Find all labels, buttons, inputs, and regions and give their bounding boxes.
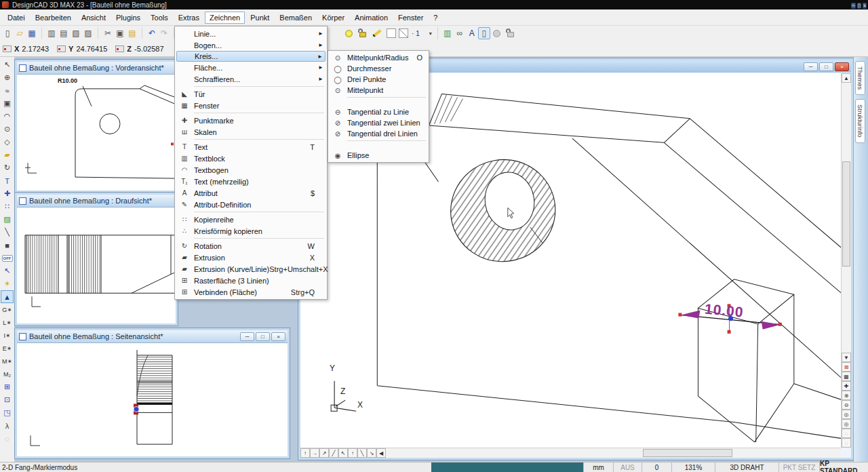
zoom-icon[interactable]: ⊕ — [1, 71, 14, 84]
fill-icon[interactable]: ■ — [1, 239, 14, 252]
window-titlebar[interactable]: Bauteil ohne Bemaßung : Draufsicht* — [17, 195, 176, 207]
arc-icon[interactable]: ◠ — [1, 110, 14, 123]
menubar-item-8[interactable]: Bemaßen — [275, 12, 317, 24]
layer-visible-bulb-icon[interactable] — [345, 30, 353, 37]
coord-lock-icon[interactable] — [3, 45, 12, 52]
print-button[interactable]: ▥ — [45, 27, 58, 39]
select-cursor-icon[interactable]: ↖ — [1, 58, 14, 71]
zoom-prev-button[interactable]: ◌ — [842, 429, 851, 438]
pan-button[interactable]: ✚ — [842, 381, 851, 391]
close-button[interactable]: × — [835, 62, 849, 71]
coord-y-field[interactable]: Y 24.76415 — [57, 45, 107, 53]
zeichnen-menu-item-6[interactable]: ◣ Tür — [176, 88, 326, 100]
kreis-submenu-item-1[interactable]: ◯ Durchmesser — [330, 63, 427, 74]
snap-m2-icon[interactable]: M₂ — [1, 368, 14, 380]
kreis-submenu-item-2[interactable]: ◯ Drei Punkte — [330, 74, 427, 85]
zeichnen-menu-item-25[interactable]: ⊞ Rasterfläche (3 Linien) — [176, 275, 326, 286]
view-nw-button[interactable]: ↖ — [338, 448, 348, 458]
zeichnen-menu-item-12[interactable]: T Text T — [176, 141, 326, 153]
horizontal-scrollbar[interactable]: ↑→↗╱↖↑╲↘◀ — [300, 448, 841, 458]
zeichnen-menu-item-16[interactable]: A Attribut $ — [176, 187, 326, 199]
snap-m-icon[interactable]: M✶ — [1, 355, 14, 368]
attribute-a-button[interactable]: A — [466, 27, 478, 39]
off-button[interactable]: OFF — [1, 252, 14, 264]
circle-icon[interactable]: ⊙ — [1, 123, 14, 136]
minimize-button[interactable]: ─ — [804, 62, 818, 71]
snap-cp-icon[interactable]: ◳ — [1, 406, 14, 419]
zeichnen-menu-item-3[interactable]: Fläche... ► — [176, 62, 326, 73]
zeichnen-menu-item-1[interactable]: Bogen... ► — [176, 39, 326, 51]
coord-z-field[interactable]: Z -5.02587 — [115, 45, 163, 53]
zeichnen-menu-item-2[interactable]: Kreis... ► — [176, 51, 326, 62]
view-right-button[interactable]: → — [310, 448, 319, 458]
view-sw-button[interactable]: ╲ — [357, 448, 367, 458]
coord-x-field[interactable]: X 2.17243 — [3, 45, 49, 53]
window-titlebar[interactable]: Bauteil ohne Bemaßung : Vorderansicht* — [17, 62, 176, 74]
status-cell-5[interactable]: PKT SETZ — [778, 463, 819, 472]
zeichnen-menu-item-20[interactable]: ∴ Kreisförmig kopieren — [176, 225, 326, 237]
window-draufsicht[interactable]: Bauteil ohne Bemaßung : Draufsicht* — [15, 193, 178, 326]
window-vorderansicht[interactable]: Bauteil ohne Bemaßung : Vorderansicht* R… — [15, 60, 178, 193]
curve-icon[interactable]: ≈ — [1, 84, 14, 97]
snap-l-icon[interactable]: L✶ — [1, 316, 14, 329]
point-icon[interactable]: ✚ — [1, 187, 14, 200]
side-tab-0[interactable]: Themes — [855, 61, 865, 95]
app-minimize-button[interactable]: ─ — [851, 3, 856, 9]
side-tab-1[interactable]: Strukturinfo — [855, 99, 865, 143]
zeichnen-menu-item-4[interactable]: Schraffieren... ► — [176, 73, 326, 85]
close-button[interactable]: × — [271, 332, 285, 341]
line-style-swatch[interactable] — [399, 28, 408, 38]
minimize-button[interactable]: ─ — [240, 332, 254, 341]
coord-lock-icon[interactable] — [115, 45, 124, 52]
menubar-item-5[interactable]: Extras — [174, 12, 204, 24]
status-cell-6[interactable]: KP STANDARD — [819, 463, 868, 472]
redo-button[interactable]: ↷ — [158, 27, 170, 39]
plane-icon[interactable]: ▰ — [1, 149, 14, 161]
status-cell-3[interactable]: 131% — [671, 463, 715, 472]
menubar-item-12[interactable]: ? — [429, 12, 442, 24]
snap-grid-icon[interactable]: ⊞ — [1, 380, 14, 393]
grid-view-button[interactable]: ▦ — [842, 372, 851, 381]
zeichnen-menu-item-13[interactable]: ▥ Textblock — [176, 153, 326, 164]
glasses-button[interactable]: ∞ — [454, 27, 466, 39]
zeichnen-menu-item-14[interactable]: ◠ Textbogen — [176, 164, 326, 176]
lock-gray-icon[interactable] — [505, 28, 515, 39]
zeichnen-menu-item-15[interactable]: T₁ Text (mehrzeilig) — [176, 176, 326, 187]
zeichnen-menu-item-24[interactable]: ▰ Extrusion (Kurve/Linie) Strg+Umschalt+… — [176, 263, 326, 275]
kreis-submenu-item-7[interactable]: ⊘ Tangential drei Linien — [330, 128, 427, 139]
plot-button[interactable]: ▥ — [441, 27, 454, 39]
rotate-icon[interactable]: ↻ — [1, 161, 14, 174]
copy-button[interactable]: ▣ — [114, 27, 126, 39]
app-maximize-button[interactable]: □ — [857, 3, 861, 9]
undo-button[interactable]: ↶ — [146, 27, 158, 39]
view-diag-button[interactable]: ╱ — [329, 448, 338, 458]
menubar-item-11[interactable]: Fenster — [393, 12, 428, 24]
menubar-item-0[interactable]: Datei — [3, 12, 30, 24]
print-preview-button[interactable]: ▤ — [58, 27, 70, 39]
text-icon[interactable]: T — [1, 174, 14, 187]
seitenansicht-canvas[interactable] — [17, 342, 288, 456]
zeichnen-menu-item-23[interactable]: ▰ Extrusion X — [176, 252, 326, 263]
hscroll-thumb[interactable] — [643, 449, 732, 457]
menubar-item-6[interactable]: Zeichnen — [205, 12, 245, 24]
draufsicht-canvas[interactable] — [17, 207, 176, 323]
view-up2-button[interactable]: ↑ — [348, 448, 357, 458]
menubar-item-9[interactable]: Körper — [317, 12, 349, 24]
vscroll-thumb[interactable] — [842, 161, 850, 267]
scroll-left-button[interactable]: ◀ — [376, 448, 386, 458]
window-titlebar[interactable]: Bauteil ohne Bemaßung : Seitenansicht* ─… — [17, 330, 288, 342]
zeichnen-menu-item-7[interactable]: ▦ Fenster — [176, 100, 326, 111]
zoom-out-button[interactable]: ⊖ — [842, 400, 851, 410]
status-cell-0[interactable]: mm — [583, 463, 613, 472]
menubar-item-2[interactable]: Ansicht — [77, 12, 111, 24]
app-close-button[interactable]: × — [863, 3, 867, 9]
page-setup-button[interactable]: ▧ — [70, 27, 82, 39]
polygon-icon[interactable]: ◇ — [1, 136, 14, 149]
close-view-button[interactable]: ⊠ — [842, 362, 851, 372]
view-ne-button[interactable]: ↗ — [319, 448, 329, 458]
pencil-icon[interactable] — [372, 29, 381, 37]
menubar-item-3[interactable]: Plugins — [111, 12, 145, 24]
kreis-submenu-item-6[interactable]: ⊘ Tangential zwei Linien — [330, 117, 427, 128]
zoom-last-button[interactable]: ◌ — [842, 438, 851, 448]
save-button[interactable]: ▦ — [26, 27, 38, 39]
